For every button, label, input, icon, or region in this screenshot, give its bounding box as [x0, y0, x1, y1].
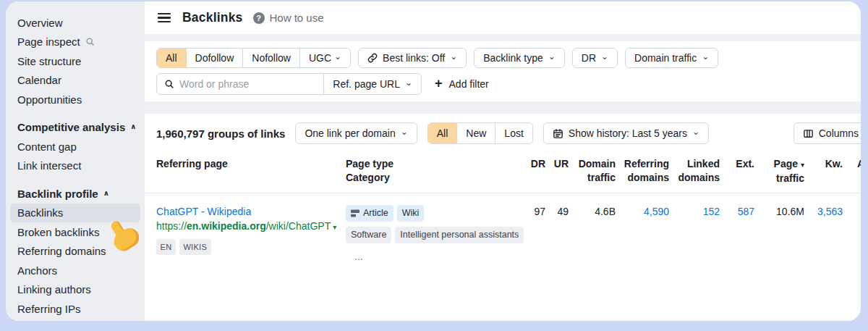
- language-tags: EN WIKIS: [156, 239, 346, 255]
- category-tags: Software Intelligent personal assistants: [346, 227, 519, 243]
- how-to-use-label: How to use: [270, 12, 324, 24]
- sidebar-item-overview[interactable]: Overview: [10, 13, 140, 33]
- chevron-up-icon: ∧: [130, 122, 136, 130]
- cut-cell: [843, 205, 861, 264]
- column-header-referring-domains[interactable]: Referring domains: [616, 157, 669, 185]
- more-categories-ellipsis[interactable]: ...: [354, 250, 519, 264]
- history-filter-group: All New Lost: [427, 122, 533, 144]
- how-to-use-link[interactable]: ? How to use: [253, 12, 324, 24]
- spacer: [145, 101, 861, 114]
- filters-panel: All Dofollow Nofollow UGC ⌄ Best links: …: [145, 41, 861, 101]
- article-icon: [351, 209, 359, 217]
- linked-domains-link[interactable]: 152: [703, 206, 720, 217]
- best-links-button[interactable]: Best links: Off ⌄: [358, 48, 467, 68]
- show-history-dropdown[interactable]: Show history: Last 5 years ⌄: [543, 122, 709, 144]
- column-header-anchor-cut[interactable]: A: [843, 157, 861, 185]
- group-mode-dropdown[interactable]: One link per domain ⌄: [295, 122, 417, 144]
- page-type-tags: Article Wiki: [346, 205, 519, 222]
- page-type-tag-wiki[interactable]: Wiki: [397, 205, 425, 222]
- language-tag[interactable]: EN: [156, 239, 176, 255]
- referring-page-url-link[interactable]: https://en.wikipedia.org/wiki/ChatGPT▾: [156, 219, 339, 234]
- add-filter-button[interactable]: + Add filter: [435, 77, 489, 91]
- chevron-down-icon: ⌄: [692, 127, 699, 137]
- category-tag[interactable]: Software: [346, 227, 391, 243]
- sidebar-item-referring-ips[interactable]: Referring IPs: [10, 299, 140, 319]
- plus-icon: +: [435, 77, 443, 90]
- columns-icon: [803, 128, 814, 139]
- columns-button[interactable]: Columns: [793, 122, 861, 144]
- results-count: 1,960,797 groups of links: [156, 127, 285, 140]
- page-type-category-cell: Article Wiki Software Intelligent person…: [346, 205, 519, 264]
- chevron-down-icon: ⌄: [405, 77, 412, 88]
- column-header-page-traffic[interactable]: Page ▾ traffic: [754, 157, 804, 185]
- domain-traffic-dropdown[interactable]: Domain traffic ⌄: [625, 48, 718, 68]
- app-window: Overview Page inspect Site structure Cal…: [6, 1, 861, 321]
- history-new-segment[interactable]: New: [456, 123, 495, 143]
- history-lost-segment[interactable]: Lost: [495, 123, 532, 143]
- top-header-bar: Backlinks ? How to use: [145, 1, 861, 34]
- sidebar-item-link-intersect[interactable]: Link intersect: [10, 156, 140, 176]
- table-toolbar: 1,960,797 groups of links One link per d…: [145, 114, 861, 144]
- sidebar-item-anchors[interactable]: Anchors: [10, 261, 140, 280]
- sidebar-item-broken-backlinks[interactable]: Broken backlinks: [10, 222, 140, 242]
- main-area: Backlinks ? How to use All Dofollow Nofo…: [145, 1, 861, 321]
- ur-value: 49: [545, 205, 569, 264]
- language-tag[interactable]: WIKIS: [179, 239, 211, 255]
- search-group: Ref. page URL ⌄: [156, 73, 422, 95]
- sidebar-item-page-inspect[interactable]: Page inspect: [10, 33, 140, 52]
- sidebar-section-backlink-profile[interactable]: Backlink profile ∧: [10, 184, 140, 204]
- calendar-icon: [553, 128, 563, 139]
- filter-all-segment[interactable]: All: [157, 49, 186, 67]
- filter-dofollow-segment[interactable]: Dofollow: [186, 49, 243, 67]
- spacer: [145, 34, 861, 41]
- referring-page-cell: ChatGPT - Wikipedia https://en.wikipedia…: [156, 205, 346, 264]
- sidebar-item-content-gap[interactable]: Content gap: [10, 137, 140, 156]
- domain-traffic-value: 4.6B: [569, 205, 616, 264]
- backlink-type-dropdown[interactable]: Backlink type ⌄: [474, 48, 565, 68]
- ext-link[interactable]: 587: [738, 206, 754, 217]
- referring-page-title-link[interactable]: ChatGPT - Wikipedia: [156, 205, 251, 219]
- sidebar-item-referring-domains[interactable]: Referring domains: [10, 242, 140, 261]
- chevron-up-icon: ∧: [103, 189, 109, 197]
- chevron-down-icon: ⌄: [702, 51, 709, 62]
- search-icon: [85, 37, 95, 46]
- search-input[interactable]: [179, 78, 323, 90]
- column-header-kw[interactable]: Kw.: [804, 157, 843, 185]
- chevron-down-icon: ⌄: [548, 51, 556, 62]
- sidebar-section-competitive-analysis[interactable]: Competitive analysis ∧: [10, 118, 140, 138]
- ref-page-url-dropdown[interactable]: Ref. page URL ⌄: [323, 74, 421, 94]
- url-expand-caret-icon: ▾: [333, 223, 336, 231]
- column-header-linked-domains[interactable]: Linked domains: [669, 157, 720, 185]
- filter-nofollow-segment[interactable]: Nofollow: [242, 49, 299, 67]
- sidebar-item-opportunities[interactable]: Opportunities: [10, 90, 140, 109]
- column-header-ext[interactable]: Ext.: [720, 157, 754, 185]
- page-title: Backlinks: [182, 10, 243, 25]
- column-header-dr[interactable]: DR: [519, 157, 545, 185]
- column-header-referring-page[interactable]: Referring page: [156, 157, 346, 185]
- table-header-row: Referring page Page type Category DR UR …: [145, 157, 861, 193]
- dr-value: 97: [519, 205, 545, 264]
- column-header-ur[interactable]: UR: [545, 157, 569, 185]
- filter-ugc-dropdown[interactable]: UGC ⌄: [299, 49, 350, 67]
- column-header-page-type-category[interactable]: Page type Category: [346, 157, 519, 185]
- chevron-down-icon: ⌄: [601, 51, 608, 62]
- search-field-wrap: [157, 74, 323, 94]
- column-header-domain-traffic[interactable]: Domain traffic: [569, 157, 616, 185]
- sidebar-item-backlinks[interactable]: Backlinks: [10, 204, 140, 223]
- referring-domains-link[interactable]: 4,590: [644, 206, 669, 217]
- history-all-segment[interactable]: All: [428, 123, 457, 143]
- filter-row-1: All Dofollow Nofollow UGC ⌄ Best links: …: [156, 48, 849, 68]
- link-icon: [367, 53, 378, 63]
- sidebar-item-linking-authors[interactable]: Linking authors: [10, 280, 140, 300]
- hamburger-menu-icon[interactable]: [158, 13, 171, 22]
- help-icon: ?: [253, 12, 265, 24]
- follow-filter-group: All Dofollow Nofollow UGC ⌄: [156, 48, 351, 68]
- page-type-tag-article[interactable]: Article: [346, 205, 393, 222]
- sidebar-item-calendar[interactable]: Calendar: [10, 71, 140, 91]
- kw-link[interactable]: 3,563: [817, 206, 843, 217]
- category-tag[interactable]: Intelligent personal assistants: [395, 227, 524, 243]
- page-traffic-value: 10.6M: [754, 205, 804, 264]
- sidebar-item-site-structure[interactable]: Site structure: [10, 51, 140, 71]
- dr-filter-dropdown[interactable]: DR ⌄: [572, 48, 618, 68]
- chevron-down-icon: ⌄: [334, 51, 341, 62]
